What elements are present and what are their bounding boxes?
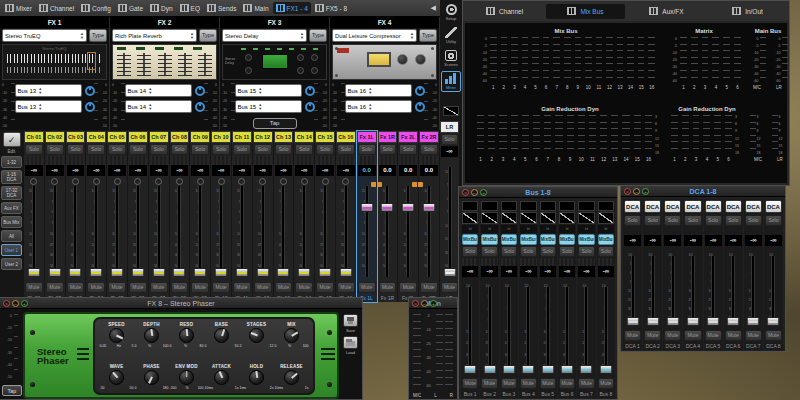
pan-display[interactable] xyxy=(501,212,517,224)
fader-handle[interactable] xyxy=(541,365,554,374)
solo-button[interactable]: Solo xyxy=(578,246,594,257)
solo-button[interactable]: Solo xyxy=(337,144,355,155)
mute-button[interactable]: Mute xyxy=(295,282,313,293)
fader-handle[interactable] xyxy=(319,268,332,277)
pan-display[interactable] xyxy=(481,212,497,224)
stereo-link-icon[interactable]: ›‹ xyxy=(501,225,517,233)
close-icon[interactable]: × xyxy=(3,300,10,307)
mixbus-mode-button[interactable]: MixBus xyxy=(540,234,556,245)
dca-name[interactable]: DCA 1 xyxy=(623,342,642,350)
mute-button[interactable]: Mute xyxy=(644,330,661,341)
solo-button[interactable]: Solo xyxy=(212,144,230,155)
solo-button[interactable]: Solo xyxy=(725,215,742,226)
pan-knob[interactable] xyxy=(176,178,183,185)
pan-knob[interactable] xyxy=(259,178,266,185)
solo-button[interactable]: Solo xyxy=(150,144,168,155)
fader-handle[interactable] xyxy=(580,365,593,374)
pan-knob[interactable] xyxy=(72,178,79,185)
minimize-icon[interactable]: − xyxy=(12,300,19,307)
fader-handle[interactable] xyxy=(111,268,124,277)
dca-button[interactable]: DCA xyxy=(644,200,661,213)
scribble-strip[interactable]: Ch 15 xyxy=(315,131,335,143)
scribble-strip[interactable]: Ch 07 xyxy=(149,131,169,143)
fx4-send-a-power-button[interactable] xyxy=(415,86,425,96)
mixer-tab[interactable]: Dyn xyxy=(147,2,176,14)
mixbus-mode-button[interactable]: MixBus xyxy=(520,234,536,245)
mixbus-mode-button[interactable]: MixBus xyxy=(501,234,517,245)
rail-button[interactable]: Utility xyxy=(441,25,461,46)
fader-handle[interactable] xyxy=(402,203,415,212)
stereo-link-icon[interactable]: ›‹ xyxy=(578,225,594,233)
tab-scroll-left-icon[interactable]: ◀ xyxy=(429,4,438,12)
fader-handle[interactable] xyxy=(360,203,373,212)
scribble-strip[interactable]: Fx 2R xyxy=(419,131,439,143)
parameter-knob[interactable] xyxy=(179,328,194,343)
dca-button[interactable]: DCA xyxy=(664,200,681,213)
pan-knob[interactable] xyxy=(30,178,37,185)
mute-button[interactable]: Mute xyxy=(624,330,641,341)
solo-button[interactable]: Solo xyxy=(745,215,762,226)
fader-handle[interactable] xyxy=(483,365,496,374)
sidebar-view-button[interactable]: Bus Mtx xyxy=(1,216,22,228)
mixer-tab[interactable]: Channel xyxy=(36,2,77,14)
fx1-effect-select[interactable]: Stereo TruEQ ▲▼ xyxy=(2,29,87,42)
scribble-strip[interactable]: Ch 09 xyxy=(190,131,210,143)
main-window-titlebar[interactable]: × − + Main xyxy=(409,298,457,309)
fx1-device-graphic[interactable]: Stereo TruEQ xyxy=(2,44,107,80)
solo-button[interactable]: Solo xyxy=(254,144,272,155)
mute-button[interactable]: Mute xyxy=(337,282,355,293)
mute-button[interactable]: Mute xyxy=(25,282,43,293)
solo-button[interactable]: Solo xyxy=(25,144,43,155)
fader-handle[interactable] xyxy=(686,317,699,326)
dca-button[interactable]: DCA xyxy=(765,200,782,213)
mute-button[interactable]: Mute xyxy=(108,282,126,293)
scribble-strip[interactable]: Ch 13 xyxy=(274,131,294,143)
fader-handle[interactable] xyxy=(194,268,207,277)
solo-button[interactable]: Solo xyxy=(87,144,105,155)
minimize-icon[interactable]: − xyxy=(471,189,478,196)
fx1-send-b-power-button[interactable] xyxy=(85,102,95,112)
scribble-strip[interactable]: Ch 02 xyxy=(45,131,65,143)
scribble-strip[interactable] xyxy=(540,201,556,211)
pan-knob[interactable] xyxy=(134,178,141,185)
solo-button[interactable]: Solo xyxy=(441,134,458,145)
mute-button[interactable]: Mute xyxy=(684,330,701,341)
scribble-strip[interactable]: Ch 04 xyxy=(86,131,106,143)
fx3-send-b-power-button[interactable] xyxy=(305,102,315,112)
mute-button[interactable]: Mute xyxy=(441,282,458,293)
mute-button[interactable]: Mute xyxy=(67,282,85,293)
fader-handle[interactable] xyxy=(666,317,679,326)
pan-knob[interactable] xyxy=(218,178,225,185)
bus-name[interactable]: Bus 6 xyxy=(558,390,576,398)
fader-handle[interactable] xyxy=(235,268,248,277)
mute-button[interactable]: Mute xyxy=(598,378,614,389)
mute-button[interactable]: Mute xyxy=(462,378,478,389)
mixer-tab[interactable]: FX1 - 4 xyxy=(273,2,311,14)
pan-knob[interactable] xyxy=(280,178,287,185)
parameter-knob[interactable] xyxy=(249,370,264,385)
fader-handle[interactable] xyxy=(443,268,456,277)
stereo-link-icon[interactable]: ›‹ xyxy=(559,225,575,233)
fader-handle[interactable] xyxy=(767,317,780,326)
meters-tab[interactable]: Channel xyxy=(465,4,544,19)
fx3-send-a-select[interactable]: Bus 15▲▼ xyxy=(235,84,302,97)
fx4-send-b-power-button[interactable] xyxy=(415,102,425,112)
mute-button[interactable]: Mute xyxy=(358,282,376,293)
close-icon[interactable]: × xyxy=(624,188,631,195)
parameter-knob[interactable] xyxy=(214,370,229,385)
parameter-knob[interactable] xyxy=(179,370,194,385)
mute-button[interactable]: Mute xyxy=(745,330,762,341)
scribble-strip[interactable] xyxy=(481,201,497,211)
fader-handle[interactable] xyxy=(727,317,740,326)
scribble-strip[interactable]: Ch 10 xyxy=(211,131,231,143)
fader-handle[interactable] xyxy=(256,268,269,277)
sidebar-view-button[interactable]: User 1 xyxy=(1,244,22,256)
mute-button[interactable]: Mute xyxy=(559,378,575,389)
solo-button[interactable]: Solo xyxy=(316,144,334,155)
solo-button[interactable]: Solo xyxy=(379,144,397,155)
fader-handle[interactable] xyxy=(747,317,760,326)
mixer-tab[interactable]: EQ xyxy=(177,2,203,14)
mute-button[interactable]: Mute xyxy=(399,282,417,293)
scribble-strip[interactable]: Ch 08 xyxy=(170,131,190,143)
scribble-strip[interactable]: LR xyxy=(440,121,459,133)
